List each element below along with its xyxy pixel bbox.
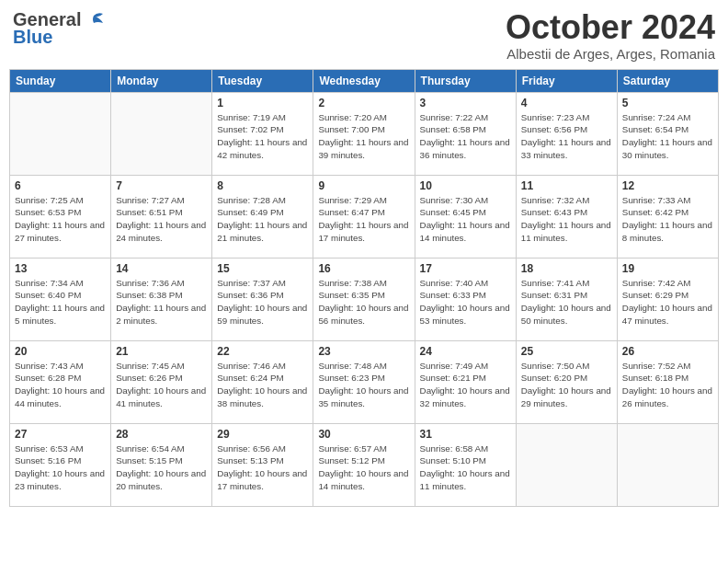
calendar-cell: 28Sunrise: 6:54 AM Sunset: 5:15 PM Dayli… <box>111 423 212 506</box>
day-number: 22 <box>217 345 308 358</box>
calendar-cell: 24Sunrise: 7:49 AM Sunset: 6:21 PM Dayli… <box>415 340 516 423</box>
day-number: 26 <box>622 345 713 358</box>
title-area: October 2024 Albestii de Arges, Arges, R… <box>506 9 715 62</box>
day-number: 4 <box>521 97 612 109</box>
calendar-cell: 5Sunrise: 7:24 AM Sunset: 6:54 PM Daylig… <box>617 92 718 175</box>
day-number: 2 <box>318 97 409 109</box>
calendar-cell: 29Sunrise: 6:56 AM Sunset: 5:13 PM Dayli… <box>212 423 313 506</box>
day-info: Sunrise: 7:46 AM Sunset: 6:24 PM Dayligh… <box>217 360 308 410</box>
weekday-header-monday: Monday <box>111 69 212 92</box>
calendar-cell: 20Sunrise: 7:43 AM Sunset: 6:28 PM Dayli… <box>10 340 111 423</box>
calendar-cell: 13Sunrise: 7:34 AM Sunset: 6:40 PM Dayli… <box>10 258 111 340</box>
day-info: Sunrise: 7:52 AM Sunset: 6:18 PM Dayligh… <box>622 360 713 410</box>
weekday-header-wednesday: Wednesday <box>313 69 415 92</box>
day-info: Sunrise: 7:42 AM Sunset: 6:29 PM Dayligh… <box>622 277 713 327</box>
calendar-week-4: 20Sunrise: 7:43 AM Sunset: 6:28 PM Dayli… <box>10 340 719 423</box>
day-number: 1 <box>217 97 308 109</box>
calendar-cell: 22Sunrise: 7:46 AM Sunset: 6:24 PM Dayli… <box>212 340 313 423</box>
calendar-cell: 19Sunrise: 7:42 AM Sunset: 6:29 PM Dayli… <box>617 258 718 340</box>
day-info: Sunrise: 7:24 AM Sunset: 6:54 PM Dayligh… <box>622 111 713 162</box>
day-number: 31 <box>420 428 511 441</box>
day-info: Sunrise: 7:38 AM Sunset: 6:35 PM Dayligh… <box>318 277 409 327</box>
calendar-cell: 12Sunrise: 7:33 AM Sunset: 6:42 PM Dayli… <box>617 175 718 258</box>
day-number: 20 <box>15 345 106 358</box>
day-number: 25 <box>521 345 612 358</box>
calendar-cell: 15Sunrise: 7:37 AM Sunset: 6:36 PM Dayli… <box>212 258 313 340</box>
day-info: Sunrise: 7:49 AM Sunset: 6:21 PM Dayligh… <box>420 360 511 410</box>
calendar-cell: 2Sunrise: 7:20 AM Sunset: 7:00 PM Daylig… <box>313 92 415 175</box>
day-info: Sunrise: 7:40 AM Sunset: 6:33 PM Dayligh… <box>420 277 511 327</box>
day-number: 24 <box>420 345 511 358</box>
calendar-cell: 26Sunrise: 7:52 AM Sunset: 6:18 PM Dayli… <box>617 340 718 423</box>
calendar-cell: 21Sunrise: 7:45 AM Sunset: 6:26 PM Dayli… <box>111 340 212 423</box>
weekday-header-thursday: Thursday <box>415 69 516 92</box>
day-info: Sunrise: 6:58 AM Sunset: 5:10 PM Dayligh… <box>420 442 511 493</box>
page-header: General Blue October 2024 Albestii de Ar… <box>9 9 719 62</box>
day-number: 8 <box>217 179 308 192</box>
day-info: Sunrise: 7:45 AM Sunset: 6:26 PM Dayligh… <box>116 360 207 410</box>
calendar-cell: 16Sunrise: 7:38 AM Sunset: 6:35 PM Dayli… <box>313 258 415 340</box>
day-info: Sunrise: 7:25 AM Sunset: 6:53 PM Dayligh… <box>15 194 106 245</box>
day-info: Sunrise: 7:50 AM Sunset: 6:20 PM Dayligh… <box>521 360 612 410</box>
calendar-cell: 6Sunrise: 7:25 AM Sunset: 6:53 PM Daylig… <box>10 175 111 258</box>
day-info: Sunrise: 6:57 AM Sunset: 5:12 PM Dayligh… <box>318 442 409 493</box>
day-info: Sunrise: 6:53 AM Sunset: 5:16 PM Dayligh… <box>15 442 106 493</box>
calendar-cell: 11Sunrise: 7:32 AM Sunset: 6:43 PM Dayli… <box>516 175 617 258</box>
day-info: Sunrise: 7:36 AM Sunset: 6:38 PM Dayligh… <box>116 277 207 327</box>
calendar-cell <box>516 423 617 506</box>
day-info: Sunrise: 7:27 AM Sunset: 6:51 PM Dayligh… <box>116 194 207 245</box>
calendar-cell <box>617 423 718 506</box>
day-info: Sunrise: 7:19 AM Sunset: 7:02 PM Dayligh… <box>217 111 308 162</box>
day-info: Sunrise: 7:30 AM Sunset: 6:45 PM Dayligh… <box>420 194 511 245</box>
day-number: 10 <box>420 179 511 192</box>
day-info: Sunrise: 6:54 AM Sunset: 5:15 PM Dayligh… <box>116 442 207 493</box>
day-number: 16 <box>318 262 409 275</box>
calendar-cell: 31Sunrise: 6:58 AM Sunset: 5:10 PM Dayli… <box>415 423 516 506</box>
weekday-header-saturday: Saturday <box>617 69 718 92</box>
day-number: 12 <box>622 179 713 192</box>
day-info: Sunrise: 7:33 AM Sunset: 6:42 PM Dayligh… <box>622 194 713 245</box>
day-info: Sunrise: 7:22 AM Sunset: 6:58 PM Dayligh… <box>420 111 511 162</box>
day-number: 18 <box>521 262 612 275</box>
day-info: Sunrise: 7:34 AM Sunset: 6:40 PM Dayligh… <box>15 277 106 327</box>
calendar-week-3: 13Sunrise: 7:34 AM Sunset: 6:40 PM Dayli… <box>10 258 719 340</box>
calendar-cell: 23Sunrise: 7:48 AM Sunset: 6:23 PM Dayli… <box>313 340 415 423</box>
day-info: Sunrise: 7:32 AM Sunset: 6:43 PM Dayligh… <box>521 194 612 245</box>
day-number: 7 <box>116 179 207 192</box>
day-info: Sunrise: 7:29 AM Sunset: 6:47 PM Dayligh… <box>318 194 409 245</box>
weekday-header-friday: Friday <box>516 69 617 92</box>
calendar-week-5: 27Sunrise: 6:53 AM Sunset: 5:16 PM Dayli… <box>10 423 719 506</box>
day-number: 14 <box>116 262 207 275</box>
weekday-header-sunday: Sunday <box>10 69 111 92</box>
day-info: Sunrise: 7:23 AM Sunset: 6:56 PM Dayligh… <box>521 111 612 162</box>
day-number: 17 <box>420 262 511 275</box>
calendar-cell: 7Sunrise: 7:27 AM Sunset: 6:51 PM Daylig… <box>111 175 212 258</box>
day-number: 11 <box>521 179 612 192</box>
calendar-cell: 9Sunrise: 7:29 AM Sunset: 6:47 PM Daylig… <box>313 175 415 258</box>
day-number: 13 <box>15 262 106 275</box>
day-number: 15 <box>217 262 308 275</box>
calendar-cell: 18Sunrise: 7:41 AM Sunset: 6:31 PM Dayli… <box>516 258 617 340</box>
calendar-table: SundayMondayTuesdayWednesdayThursdayFrid… <box>9 69 719 507</box>
logo-bird-icon <box>85 12 105 29</box>
day-number: 28 <box>116 428 207 441</box>
day-number: 27 <box>15 428 106 441</box>
calendar-week-1: 1Sunrise: 7:19 AM Sunset: 7:02 PM Daylig… <box>10 92 719 175</box>
calendar-cell <box>10 92 111 175</box>
day-number: 29 <box>217 428 308 441</box>
calendar-week-2: 6Sunrise: 7:25 AM Sunset: 6:53 PM Daylig… <box>10 175 719 258</box>
day-number: 23 <box>318 345 409 358</box>
day-info: Sunrise: 7:37 AM Sunset: 6:36 PM Dayligh… <box>217 277 308 327</box>
calendar-cell: 4Sunrise: 7:23 AM Sunset: 6:56 PM Daylig… <box>516 92 617 175</box>
day-info: Sunrise: 7:41 AM Sunset: 6:31 PM Dayligh… <box>521 277 612 327</box>
calendar-cell: 14Sunrise: 7:36 AM Sunset: 6:38 PM Dayli… <box>111 258 212 340</box>
calendar-cell: 25Sunrise: 7:50 AM Sunset: 6:20 PM Dayli… <box>516 340 617 423</box>
calendar-cell: 8Sunrise: 7:28 AM Sunset: 6:49 PM Daylig… <box>212 175 313 258</box>
day-info: Sunrise: 7:43 AM Sunset: 6:28 PM Dayligh… <box>15 360 106 410</box>
day-number: 30 <box>318 428 409 441</box>
day-info: Sunrise: 6:56 AM Sunset: 5:13 PM Dayligh… <box>217 442 308 493</box>
calendar-cell <box>111 92 212 175</box>
day-info: Sunrise: 7:28 AM Sunset: 6:49 PM Dayligh… <box>217 194 308 245</box>
day-number: 9 <box>318 179 409 192</box>
weekday-header-row: SundayMondayTuesdayWednesdayThursdayFrid… <box>10 69 719 92</box>
